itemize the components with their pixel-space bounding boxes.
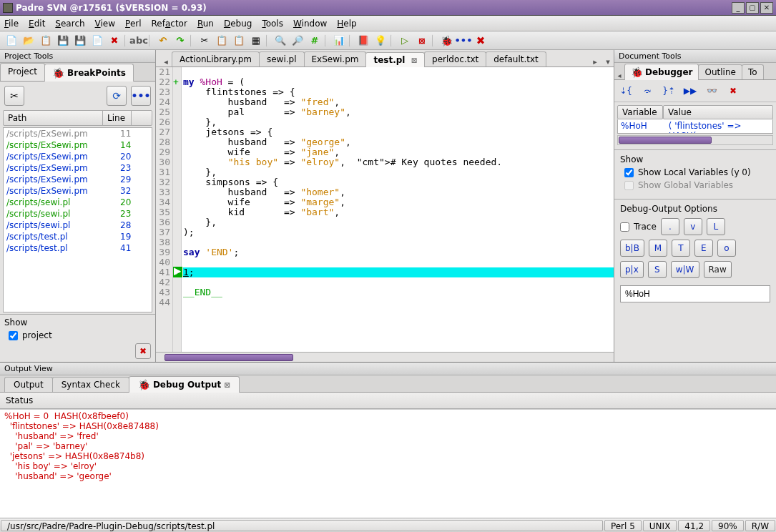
close-file-icon[interactable]: ✖ — [107, 34, 122, 48]
refresh-button[interactable]: ⟳ — [107, 86, 127, 106]
scroll-thumb[interactable] — [164, 354, 293, 361]
minimize-button[interactable]: _ — [732, 2, 745, 14]
code-body[interactable]: my %HoH = ( flintstones => { husband => … — [182, 67, 614, 352]
variables-hscroll[interactable] — [617, 135, 773, 145]
close-icon[interactable]: ⊠ — [224, 381, 230, 389]
tabs-scroll-right-icon[interactable]: ▸ — [589, 57, 601, 66]
menu-refactor[interactable]: Refactor — [152, 19, 187, 29]
t-button[interactable]: T — [672, 240, 690, 257]
debug-options-icon[interactable]: ••• — [456, 34, 471, 48]
show-global-check[interactable]: Show Global Variables — [624, 180, 770, 190]
close-window-button[interactable]: ✕ — [760, 2, 773, 14]
breakpoint-row[interactable]: /scripts/ExSewi.pm23 — [4, 162, 152, 174]
tab-output[interactable]: Output — [4, 377, 53, 392]
tabs-scroll-left-icon[interactable]: ◂ — [160, 57, 172, 66]
paste-icon[interactable]: 📋 — [232, 34, 246, 48]
show-project-check[interactable]: project — [9, 330, 151, 340]
dot-button[interactable]: . — [661, 218, 679, 235]
maximize-button[interactable]: ▢ — [746, 2, 759, 14]
col-path[interactable]: Path — [4, 111, 103, 125]
close-icon[interactable]: ⊠ — [411, 56, 417, 64]
debug-output-body[interactable]: %HoH = 0 HASH(0x8fbeef0) 'flintstones' =… — [0, 409, 776, 518]
bookmark-icon[interactable]: 📕 — [356, 34, 370, 48]
menu-edit[interactable]: Edit — [29, 19, 45, 29]
redo-icon[interactable]: ↷ — [173, 34, 187, 48]
doc-stats-icon[interactable]: 📊 — [332, 34, 346, 48]
more-button[interactable]: ••• — [131, 86, 151, 106]
menu-view[interactable]: View — [95, 19, 115, 29]
menu-window[interactable]: Window — [293, 19, 327, 29]
quit-debugger-icon[interactable]: ✖ — [726, 84, 740, 97]
col-extra[interactable] — [132, 111, 152, 125]
debug-icon[interactable]: 🐞 — [439, 34, 453, 48]
raw-button[interactable]: Raw — [704, 261, 732, 278]
variables-list[interactable]: %HoH ( 'flintstones' => HASH( — [617, 119, 773, 134]
e-button[interactable]: E — [694, 240, 713, 257]
menu-search[interactable]: Search — [55, 19, 84, 29]
tab-debug-output[interactable]: 🐞 Debug Output ⊠ — [129, 376, 240, 393]
editor-hscroll[interactable] — [156, 352, 614, 362]
menu-perl[interactable]: Perl — [125, 19, 141, 29]
step-out-icon[interactable]: }⇡ — [662, 84, 676, 97]
file-tab[interactable]: test.pl ⊠ — [365, 52, 425, 67]
ww-button[interactable]: w|W — [671, 261, 699, 278]
breakpoint-row[interactable]: /scripts/test.pl19 — [4, 231, 152, 242]
tabs-menu-icon[interactable]: ▾ — [602, 57, 614, 66]
col-line[interactable]: Line — [103, 111, 132, 125]
tab-breakpoints[interactable]: 🐞 BreakPoints — [44, 64, 134, 82]
run-icon[interactable]: ▷ — [398, 34, 412, 48]
fold-gutter[interactable]: + ⯈ — [173, 67, 182, 352]
trace-checkbox[interactable] — [620, 222, 629, 232]
file-tab[interactable]: ExSewi.pm — [304, 51, 367, 66]
delete-breakpoint-button[interactable]: ✂ — [4, 86, 24, 106]
trace-check[interactable]: Trace — [620, 218, 657, 235]
menu-debug[interactable]: Debug — [224, 19, 252, 29]
run-icon[interactable]: ▶▶ — [683, 84, 697, 97]
step-over-icon[interactable]: ⤼ — [640, 84, 654, 97]
new-file-icon[interactable]: 📄 — [4, 34, 19, 48]
tab-debugger[interactable]: 🐞 Debugger — [624, 64, 699, 80]
tab-todo[interactable]: To — [742, 64, 764, 79]
px-button[interactable]: p|x — [620, 261, 644, 278]
file-tab[interactable]: perldoc.txt — [424, 51, 486, 66]
breakpoint-row[interactable]: /scripts/sewi.pl28 — [4, 220, 152, 231]
replace-icon[interactable]: 🔎 — [290, 34, 305, 48]
delete-all-button[interactable]: ✖ — [135, 343, 151, 359]
breakpoint-row[interactable]: /scripts/ExSewi.pm20 — [4, 151, 152, 162]
v-button[interactable]: v — [684, 218, 702, 235]
expression-input[interactable] — [620, 285, 770, 302]
show-local-check[interactable]: Show Local Variables (y 0) — [624, 167, 770, 177]
breakpoint-row[interactable]: /scripts/sewi.pl23 — [4, 208, 152, 220]
show-local-checkbox[interactable] — [624, 168, 634, 177]
stop-icon[interactable]: ⦻ — [415, 34, 429, 48]
new-doc-icon[interactable]: 📋 — [39, 34, 53, 48]
col-value[interactable]: Value — [663, 105, 773, 119]
copy-icon[interactable]: 📋 — [215, 34, 229, 48]
menu-tools[interactable]: Tools — [262, 19, 283, 29]
find-icon[interactable]: 🔍 — [273, 34, 288, 48]
watch-icon[interactable]: 👓 — [704, 84, 719, 97]
open-file-icon[interactable]: 📂 — [21, 34, 36, 48]
show-project-checkbox[interactable] — [9, 331, 18, 340]
menu-help[interactable]: Help — [337, 19, 356, 29]
l-button[interactable]: L — [707, 218, 725, 235]
idea-icon[interactable]: 💡 — [373, 34, 388, 48]
breakpoint-row[interactable]: /scripts/ExSewi.pm14 — [4, 139, 152, 151]
o-button[interactable]: o — [717, 240, 736, 257]
file-tab[interactable]: ActionLibrary.pm — [172, 51, 260, 66]
undo-icon[interactable]: ↶ — [156, 34, 170, 48]
file-tab[interactable]: default.txt — [486, 51, 546, 66]
tab-project[interactable]: Project — [0, 63, 45, 81]
breakpoint-row[interactable]: /scripts/test.pl41 — [4, 242, 152, 254]
breakpoint-row[interactable]: /scripts/ExSewi.pm11 — [4, 128, 152, 139]
m-button[interactable]: M — [649, 240, 667, 257]
menu-run[interactable]: Run — [197, 19, 214, 29]
bb-button[interactable]: b|B — [620, 240, 644, 257]
col-variable[interactable]: Variable — [617, 105, 663, 119]
breakpoint-row[interactable]: /scripts/ExSewi.pm32 — [4, 185, 152, 197]
code-editor[interactable]: 21 22 23 24 25 26 27 28 29 30 31 32 33 3… — [156, 67, 614, 352]
breakpoints-list[interactable]: /scripts/ExSewi.pm11/scripts/ExSewi.pm14… — [3, 127, 152, 312]
step-in-icon[interactable]: ⇣{ — [619, 84, 633, 97]
select-all-icon[interactable]: ▦ — [249, 34, 263, 48]
s-button[interactable]: S — [648, 261, 667, 278]
